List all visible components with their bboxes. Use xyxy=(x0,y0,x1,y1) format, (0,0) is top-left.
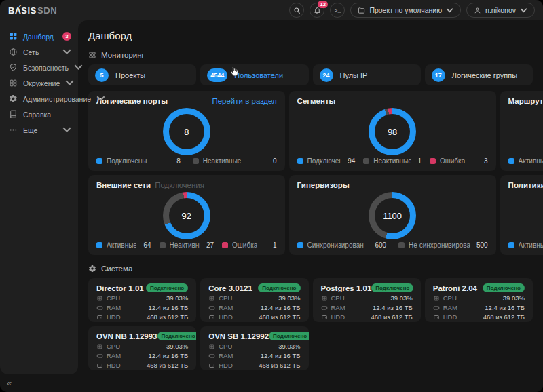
chart-legend: Активные 64 Неактивные 27 Ошибка 1 xyxy=(96,241,277,249)
chart-card-security-policies: Политики безопасности Правила безопаснос… xyxy=(500,175,543,255)
terminal-button[interactable]: >_ xyxy=(330,3,345,18)
metric-value: 468 из 612 ТБ xyxy=(259,314,300,321)
chart-subtitle: Подключения xyxy=(155,181,204,191)
hdd-icon xyxy=(321,314,328,321)
legend-swatch xyxy=(398,242,405,248)
system-metric-row: HDD 468 из 612 ТБ xyxy=(208,314,300,321)
user-menu[interactable]: n.nikonov xyxy=(466,3,535,18)
legend-swatch xyxy=(297,242,303,248)
system-card-director: Director 1.01 Подключено CPU 39.03% RAM … xyxy=(88,278,196,322)
system-metric-row: HDD 468 из 612 ТБ xyxy=(321,314,413,321)
metric-label: HDD xyxy=(107,314,121,321)
cpu-icon xyxy=(208,343,215,350)
legend-value: 27 xyxy=(204,241,214,249)
sidebar-collapse-button[interactable]: « xyxy=(7,378,12,388)
system-metric-row: HDD 468 из 612 ТБ xyxy=(96,362,188,369)
cpu-icon xyxy=(96,295,103,302)
book-icon xyxy=(9,110,18,119)
system-card-name: Core 3.0121 xyxy=(208,284,252,292)
metric-label: CPU xyxy=(443,295,457,302)
folder-icon xyxy=(358,7,365,14)
stat-label[interactable]: Логические группы xyxy=(452,71,517,79)
stat-card-ip-pools[interactable]: 24 Пулы IP xyxy=(313,64,421,85)
status-badge: Подключено xyxy=(483,283,525,292)
legend-value: 600 xyxy=(372,241,386,249)
hdd-icon xyxy=(208,362,215,369)
system-gear-icon xyxy=(88,264,96,273)
legend-value: 500 xyxy=(474,241,488,249)
stat-label[interactable]: Пользователи xyxy=(234,71,283,79)
system-metric-row: HDD 468 из 612 ТБ xyxy=(208,362,300,369)
stat-count: 4544 xyxy=(207,68,227,82)
terminal-icon: >_ xyxy=(335,7,341,14)
hdd-icon xyxy=(96,314,103,321)
status-badge: Подключено xyxy=(371,283,413,292)
legend-item: Активные 64 xyxy=(96,241,151,249)
stats-row: 5 Проекты 4544 Пользователи 24 Пулы IP 1… xyxy=(88,64,533,85)
system-metric-row: CPU 39.03% xyxy=(433,295,525,302)
status-badge: Подключено xyxy=(269,332,308,340)
system-card-name: OVN SB 1.12992 xyxy=(208,332,269,340)
stat-card-projects[interactable]: 5 Проекты xyxy=(88,64,196,85)
system-card-ovn-sb: OVN SB 1.12992 Подключено CPU 39.03% RAM… xyxy=(200,326,308,370)
donut-wrap: 8 xyxy=(96,106,277,157)
legend-item: Неактивные 1 xyxy=(363,157,422,165)
system-card-header: Director 1.01 Подключено xyxy=(96,283,188,292)
chart-legend: Подключены 8 Неактивные 0 xyxy=(96,157,277,165)
user-icon xyxy=(474,7,481,14)
legend-swatch xyxy=(222,242,228,248)
chart-header: Гипервизоры xyxy=(297,181,488,191)
metric-value: 12.4 из 16 ТБ xyxy=(373,305,413,311)
system-card-name: OVN NB 1.12993 xyxy=(96,332,157,340)
stat-label[interactable]: Пулы IP xyxy=(340,71,368,79)
chart-title: Логические порты xyxy=(96,97,168,106)
legend-swatch xyxy=(96,158,102,164)
go-to-section-link[interactable]: Перейти в раздел xyxy=(212,97,276,106)
metric-value: 12.4 из 16 ТБ xyxy=(149,353,189,359)
sidebar: Дашборд 3 Сеть Безопасность Окружение Ад… xyxy=(0,20,78,374)
legend-item: Ошибка 3 xyxy=(430,157,488,165)
system-card-header: OVN NB 1.12993 Подключено xyxy=(96,332,188,340)
sidebar-item-environment[interactable]: Окружение xyxy=(0,75,78,91)
sidebar-item-network[interactable]: Сеть xyxy=(0,44,78,60)
legend-swatch xyxy=(430,158,436,164)
system-card-patroni: Patroni 2.04 Подключено CPU 39.03% RAM 1… xyxy=(425,278,533,322)
stat-card-users[interactable]: 4544 Пользователи xyxy=(200,64,308,85)
legend-label: Не синхронизирован xyxy=(409,241,470,249)
donut-chart: 98 xyxy=(369,108,416,155)
system-card-header: Patroni 2.04 Подключено xyxy=(433,283,525,292)
sidebar-item-help[interactable]: Справка xyxy=(0,106,78,122)
metric-label: HDD xyxy=(331,314,345,321)
legend-label: Активные xyxy=(519,157,543,165)
chart-header: Внешние сети Подключения xyxy=(96,181,277,191)
notifications-button[interactable]: 12 xyxy=(310,3,324,18)
sidebar-item-administration[interactable]: Администрирование xyxy=(0,91,78,106)
stat-label[interactable]: Проекты xyxy=(115,71,145,79)
chart-header: Маршрутизаторы xyxy=(508,97,543,106)
legend-value: 0 xyxy=(270,157,277,165)
legend-label: Ошибка xyxy=(232,241,257,249)
system-card-postgres: Postgres 1.01 Подключено CPU 39.03% RAM … xyxy=(313,278,421,322)
metric-value: 12.4 из 16 ТБ xyxy=(485,305,525,311)
search-icon xyxy=(293,7,301,14)
search-button[interactable] xyxy=(289,3,304,18)
system-metric-row: CPU 39.03% xyxy=(321,295,413,302)
sidebar-item-security[interactable]: Безопасность xyxy=(0,60,78,75)
stat-card-logical-groups[interactable]: 17 Логические группы xyxy=(425,64,533,85)
legend-item: Синхронизирован 600 xyxy=(297,241,387,249)
metric-label: HDD xyxy=(219,362,233,369)
chevron-down-icon xyxy=(520,7,527,14)
donut-wrap: 1100 xyxy=(297,191,488,241)
legend-item: Активные 128 xyxy=(508,241,543,249)
ram-icon xyxy=(96,305,103,311)
project-selector-label: Проект по умолчанию xyxy=(369,6,442,14)
main-content: Дашборд Мониторинг 5 Проекты 4544 Пользо… xyxy=(78,20,543,392)
metric-label: RAM xyxy=(331,305,345,311)
logo-primary: BΛ́SIS xyxy=(8,5,37,16)
chart-legend: Подключены 94 Неактивные 1 Ошибка 3 xyxy=(297,157,488,165)
sidebar-item-more[interactable]: Еще xyxy=(0,122,78,138)
project-selector[interactable]: Проект по умолчанию xyxy=(350,3,461,18)
system-metric-row: RAM 12.4 из 16 ТБ xyxy=(433,305,525,311)
sidebar-item-dashboard[interactable]: Дашборд 3 xyxy=(0,28,78,44)
logo-secondary: SDN xyxy=(37,5,57,16)
